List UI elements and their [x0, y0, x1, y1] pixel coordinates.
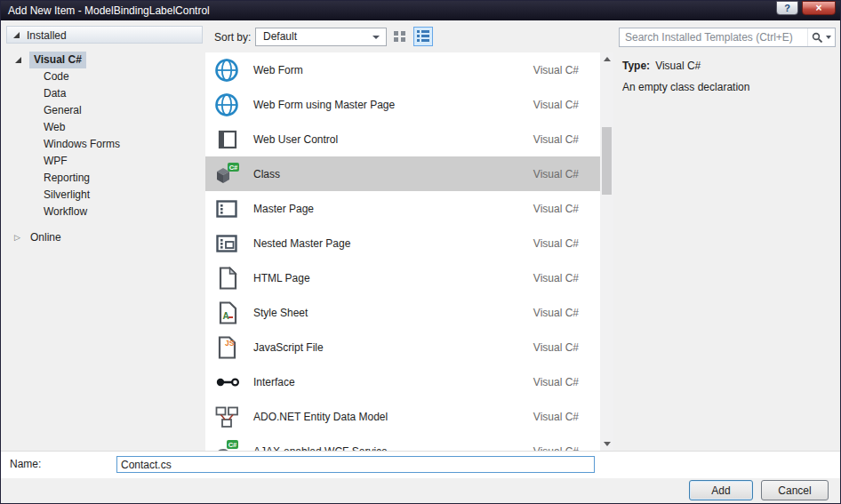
- close-button[interactable]: ×: [802, 1, 836, 15]
- medium-icons-view-button[interactable]: [390, 27, 410, 46]
- template-item-interface[interactable]: Interface Visual C#: [205, 364, 600, 399]
- arrow-up-icon: [604, 57, 611, 61]
- sidebar-item-wpf[interactable]: WPF: [1, 153, 205, 170]
- search-input[interactable]: [620, 31, 807, 44]
- sidebar-item-data[interactable]: Data: [1, 85, 205, 102]
- scrollbar-thumb[interactable]: [602, 127, 612, 195]
- list-view-button[interactable]: [413, 27, 433, 46]
- list-view-icon: [416, 29, 430, 44]
- sidebar-item-label: Silverlight: [44, 188, 90, 201]
- nested-master-page-icon: [212, 229, 241, 258]
- template-name: Web Form using Master Page: [253, 99, 533, 111]
- help-button[interactable]: ?: [776, 1, 798, 15]
- template-name: Nested Master Page: [253, 237, 533, 250]
- type-row: Type:Visual C#: [622, 60, 701, 72]
- sidebar-item-windows-forms[interactable]: Windows Forms: [1, 136, 205, 153]
- web-user-control-icon: [212, 125, 241, 154]
- template-name: Master Page: [253, 203, 533, 215]
- sidebar-item-label: Code: [44, 70, 69, 83]
- search-box: [619, 28, 836, 47]
- svg-text:A: A: [223, 311, 229, 321]
- sidebar-item-label: Data: [44, 87, 66, 100]
- class-icon: C#: [212, 160, 241, 188]
- sidebar-item-general[interactable]: General: [1, 102, 205, 119]
- tree-children: Code Data General Web Windows Forms WPF …: [1, 68, 205, 220]
- template-item-web-user-control[interactable]: Web User Control Visual C#: [205, 122, 600, 156]
- ado-net-entity-icon: [212, 403, 241, 431]
- svg-text:C#: C#: [229, 164, 238, 172]
- scrollbar[interactable]: [600, 52, 613, 451]
- template-item-javascript-file[interactable]: JS JavaScript File Visual C#: [205, 330, 600, 364]
- name-input[interactable]: [116, 456, 595, 473]
- template-language: Visual C#: [533, 376, 579, 388]
- sidebar-item-online[interactable]: Online: [1, 229, 205, 246]
- template-name: ADO.NET Entity Data Model: [253, 411, 533, 423]
- template-name: HTML Page: [253, 272, 533, 284]
- sidebar-item-workflow[interactable]: Workflow: [1, 204, 205, 220]
- arrow-down-icon: [604, 442, 611, 446]
- cancel-button[interactable]: Cancel: [761, 480, 829, 500]
- sort-by-label: Sort by:: [214, 31, 251, 44]
- template-name: Interface: [253, 376, 533, 388]
- installed-section-header[interactable]: Installed: [6, 26, 203, 44]
- help-icon: ?: [784, 3, 790, 13]
- type-label: Type:: [622, 60, 650, 72]
- template-language: Visual C#: [533, 203, 579, 215]
- category-panel: Installed Visual C# Code Data General We…: [1, 20, 205, 451]
- template-item-style-sheet[interactable]: A Style Sheet Visual C#: [205, 295, 600, 330]
- master-page-icon: [212, 195, 241, 223]
- chevron-expanded-icon: [13, 32, 20, 38]
- template-language: Visual C#: [533, 64, 579, 76]
- search-button[interactable]: [807, 28, 835, 46]
- search-icon: [812, 32, 823, 44]
- sidebar-item-reporting[interactable]: Reporting: [1, 170, 205, 187]
- template-item-master-page[interactable]: Master Page Visual C#: [205, 191, 600, 226]
- html-page-icon: [212, 264, 241, 292]
- interface-icon: [212, 368, 241, 396]
- title-bar[interactable]: Add New Item - ModelBindingLabelControl …: [1, 1, 840, 20]
- template-name: JavaScript File: [253, 341, 533, 354]
- template-language: Visual C#: [533, 272, 579, 284]
- template-language: Visual C#: [533, 168, 579, 180]
- scroll-up-button[interactable]: [600, 52, 613, 66]
- template-list: Web Form Visual C# Web Form using Master…: [205, 52, 600, 451]
- template-description: An empty class declaration: [622, 81, 831, 93]
- template-name: Style Sheet: [253, 307, 533, 319]
- web-form-master-globe-icon: [212, 91, 241, 119]
- template-name: Class: [253, 168, 533, 180]
- template-language: Visual C#: [533, 411, 579, 423]
- template-language: Visual C#: [533, 341, 579, 354]
- scroll-down-button[interactable]: [600, 437, 613, 451]
- template-item-html-page[interactable]: HTML Page Visual C#: [205, 260, 600, 295]
- sidebar-item-code[interactable]: Code: [1, 68, 205, 85]
- sidebar-item-label: General: [44, 104, 82, 116]
- svg-text:C#: C#: [228, 441, 237, 449]
- name-row: Name:: [1, 451, 840, 478]
- template-item-ajax-enabled-wcf-service[interactable]: C# AJAX-enabled WCF Service Visual C#: [205, 434, 600, 451]
- sidebar-item-label: Reporting: [44, 172, 90, 184]
- type-value: Visual C#: [655, 60, 701, 72]
- template-language: Visual C#: [533, 307, 579, 319]
- template-language: Visual C#: [533, 133, 579, 146]
- close-icon: ×: [815, 2, 821, 14]
- sidebar-item-label: WPF: [44, 155, 68, 167]
- template-item-class[interactable]: C# Class Visual C#: [205, 156, 600, 191]
- template-item-web-form-using-master-page[interactable]: Web Form using Master Page Visual C#: [205, 87, 600, 122]
- grid-view-icon: [393, 29, 407, 44]
- chevron-down-icon: [826, 36, 831, 39]
- template-item-nested-master-page[interactable]: Nested Master Page Visual C#: [205, 226, 600, 260]
- template-item-web-form[interactable]: Web Form Visual C#: [205, 52, 600, 87]
- add-button[interactable]: Add: [689, 480, 753, 500]
- sort-toolbar: Sort by: Default: [205, 20, 600, 52]
- sidebar-item-web[interactable]: Web: [1, 119, 205, 136]
- window-title: Add New Item - ModelBindingLabelControl: [8, 4, 210, 17]
- sidebar-item-label: Web: [44, 121, 65, 133]
- sort-dropdown[interactable]: Default: [255, 28, 387, 46]
- sidebar-item-label: Windows Forms: [44, 138, 120, 150]
- sidebar-item-visual-c-sharp[interactable]: Visual C#: [1, 52, 205, 68]
- sidebar-item-silverlight[interactable]: Silverlight: [1, 187, 205, 204]
- template-language: Visual C#: [533, 237, 579, 250]
- add-new-item-dialog: Add New Item - ModelBindingLabelControl …: [0, 0, 841, 504]
- template-item-ado-net-entity-data-model[interactable]: ADO.NET Entity Data Model Visual C#: [205, 399, 600, 434]
- javascript-file-icon: JS: [212, 333, 241, 362]
